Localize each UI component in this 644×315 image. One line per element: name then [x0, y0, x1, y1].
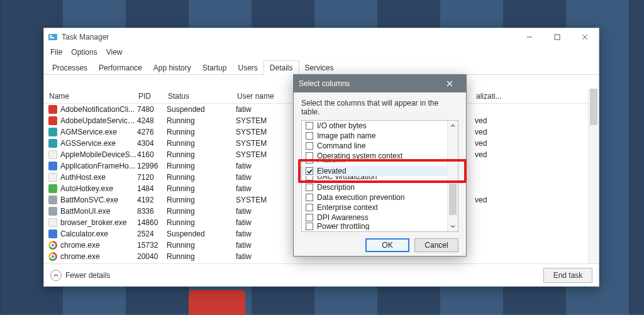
process-user: fatiw: [236, 105, 296, 114]
minimize-button[interactable]: [516, 28, 543, 46]
process-icon: [48, 195, 58, 205]
process-status: Running: [167, 184, 236, 193]
option-description[interactable]: Description: [302, 182, 458, 192]
svg-rect-4: [555, 35, 560, 40]
tab-services[interactable]: Services: [299, 61, 340, 74]
ok-label: OK: [382, 241, 392, 250]
checkbox-unchecked-icon[interactable]: [306, 214, 313, 221]
process-pid: 8336: [137, 207, 167, 216]
fewer-details-label: Fewer details: [65, 271, 110, 280]
menu-file[interactable]: File: [50, 48, 62, 57]
scroll-up-icon[interactable]: [448, 121, 458, 131]
menu-options[interactable]: Options: [71, 48, 97, 57]
columns-listbox[interactable]: I/O other bytes Image path name Command …: [301, 120, 458, 232]
process-pid: 12996: [137, 162, 167, 170]
option-elevated[interactable]: Elevated: [302, 166, 458, 176]
process-icon: [48, 251, 58, 262]
process-name: AdobeUpdateService...: [60, 116, 137, 125]
tab-startup[interactable]: Startup: [197, 61, 233, 74]
option-uac-partial[interactable]: UAC virtualization: [302, 176, 458, 182]
dialog-titlebar[interactable]: Select columns: [294, 75, 466, 92]
option-dpi-awareness[interactable]: DPI Awareness: [302, 213, 458, 223]
fewer-details-button[interactable]: Fewer details: [50, 270, 110, 281]
scrollbar-thumb[interactable]: [449, 184, 457, 215]
col-pid[interactable]: PID: [138, 92, 168, 101]
window-controls: [516, 28, 599, 46]
titlebar[interactable]: Task Manager: [44, 28, 599, 46]
end-task-button[interactable]: End task: [543, 268, 592, 283]
process-name: AdobeNotificationCli...: [60, 105, 137, 114]
option-platform-partial[interactable]: Platform: [302, 161, 458, 166]
checkbox-checked-icon[interactable]: [306, 167, 313, 175]
option-label: I/O other bytes: [317, 121, 458, 130]
process-pid: 4304: [137, 139, 167, 148]
tab-performance[interactable]: Performance: [93, 61, 148, 74]
option-data-execution-prevention[interactable]: Data execution prevention: [302, 192, 458, 202]
process-pid: 4276: [137, 128, 167, 136]
checkbox-unchecked-icon[interactable]: [306, 184, 313, 191]
process-icon: [48, 116, 58, 126]
checkbox-unchecked-icon[interactable]: [306, 122, 313, 130]
scrollbar-thumb[interactable]: [590, 89, 597, 125]
col-user[interactable]: User name: [237, 92, 297, 101]
process-icon: [48, 229, 58, 239]
ok-button[interactable]: OK: [365, 238, 409, 252]
vertical-scrollbar[interactable]: [588, 89, 599, 263]
option-io-other-bytes[interactable]: I/O other bytes: [302, 121, 458, 131]
maximize-button[interactable]: [543, 28, 571, 46]
process-status: Running: [167, 139, 236, 148]
process-name: AGMService.exe: [60, 128, 137, 136]
process-icon: [48, 240, 58, 250]
process-user: SYSTEM: [236, 139, 296, 148]
checkbox-unchecked-icon[interactable]: [306, 194, 313, 201]
process-icon: [48, 172, 58, 182]
col-extra[interactable]: alizati...: [476, 92, 509, 101]
checkbox-unchecked-icon[interactable]: [306, 142, 313, 150]
process-user: SYSTEM: [236, 150, 296, 159]
process-user: fatiw: [236, 162, 296, 170]
process-user: fatiw: [236, 252, 296, 261]
option-label: Operating system context: [317, 152, 458, 160]
process-name: AGSService.exe: [60, 139, 137, 148]
col-status[interactable]: Status: [168, 92, 237, 101]
scroll-down-icon[interactable]: [448, 221, 458, 231]
close-button[interactable]: [571, 28, 599, 46]
tab-users[interactable]: Users: [232, 61, 263, 74]
process-name: chrome.exe: [60, 241, 137, 250]
tab-app-history[interactable]: App history: [148, 61, 197, 74]
checkbox-unchecked-icon[interactable]: [306, 176, 313, 180]
process-pid: 15732: [137, 241, 167, 250]
process-icon: [48, 150, 58, 160]
process-status: Running: [167, 116, 236, 125]
listbox-scrollbar[interactable]: [447, 121, 458, 231]
tab-details[interactable]: Details: [264, 60, 299, 75]
option-enterprise-context[interactable]: Enterprise context: [302, 202, 458, 213]
process-icon: [48, 138, 58, 148]
process-user: fatiw: [236, 218, 296, 227]
cancel-label: Cancel: [425, 241, 448, 250]
process-status: Running: [167, 241, 236, 250]
process-user: fatiw: [236, 229, 296, 238]
cancel-button[interactable]: Cancel: [414, 238, 458, 252]
process-name: browser_broker.exe: [60, 218, 137, 227]
process-status: Running: [167, 128, 236, 136]
option-command-line[interactable]: Command line: [302, 141, 458, 151]
tab-processes[interactable]: Processes: [47, 61, 93, 74]
option-image-path-name[interactable]: Image path name: [302, 131, 458, 141]
process-pid: 4160: [137, 150, 167, 159]
menu-view[interactable]: View: [106, 48, 123, 57]
dialog-close-button[interactable]: [438, 75, 461, 92]
option-power-throttling[interactable]: Power throttling: [302, 223, 458, 230]
process-status: Running: [167, 196, 236, 204]
checkbox-unchecked-icon[interactable]: [306, 132, 313, 140]
checkbox-unchecked-icon[interactable]: [306, 161, 313, 163]
chevron-up-icon: [50, 270, 62, 281]
process-icon: [48, 161, 58, 171]
process-pid: 7480: [137, 105, 167, 114]
process-icon: [48, 206, 58, 216]
col-name[interactable]: Name: [49, 92, 138, 101]
checkbox-unchecked-icon[interactable]: [306, 204, 313, 211]
checkbox-unchecked-icon[interactable]: [306, 223, 313, 230]
option-operating-system-context[interactable]: Operating system context: [302, 151, 458, 161]
checkbox-unchecked-icon[interactable]: [306, 152, 313, 160]
